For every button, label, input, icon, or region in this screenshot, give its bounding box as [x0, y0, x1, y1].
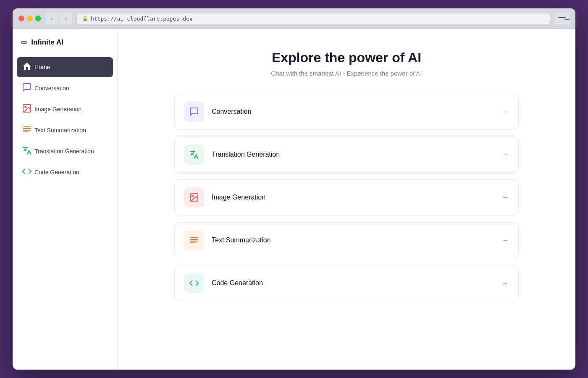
- code-card-icon-wrap: [184, 273, 204, 293]
- summarize-card-arrow: →: [501, 236, 509, 245]
- sidebar-item-translation[interactable]: Translation Generation: [17, 141, 113, 161]
- card-image-generation[interactable]: Image Generation →: [174, 179, 519, 215]
- sidebar-nav: Home Conversation: [13, 57, 117, 182]
- image-card-label: Image Generation: [212, 194, 501, 201]
- svg-point-7: [192, 195, 193, 197]
- image-card-arrow: →: [501, 193, 509, 202]
- fullscreen-button[interactable]: [35, 16, 41, 21]
- summarize-card-label: Text Summarization: [212, 236, 501, 244]
- sidebar-label-code: Code Generation: [34, 169, 79, 176]
- code-card-label: Code Generation: [212, 279, 501, 287]
- image-icon: [22, 103, 30, 115]
- conversation-icon: [22, 82, 30, 94]
- translation-card-label: Translation Generation: [212, 151, 501, 158]
- page-subtitle: Chat with the smartest AI - Experience t…: [143, 70, 550, 77]
- image-card-icon-wrap: [184, 187, 204, 207]
- translation-card-icon-wrap: [184, 144, 204, 165]
- close-button[interactable]: [18, 16, 24, 21]
- card-conversation[interactable]: Conversation →: [174, 94, 519, 130]
- code-card-arrow: →: [501, 279, 509, 288]
- sidebar-item-image-generation[interactable]: Image Generation: [17, 99, 113, 119]
- home-icon: [22, 61, 30, 73]
- translate-icon: [22, 145, 30, 157]
- sidebar-label-conversation: Conversation: [34, 85, 69, 92]
- summarize-card-icon: [189, 235, 199, 245]
- menu-button[interactable]: [554, 13, 570, 24]
- card-text-summarization[interactable]: Text Summarization →: [174, 222, 519, 258]
- nav-buttons: ‹ ›: [45, 13, 72, 24]
- svg-point-1: [25, 106, 26, 108]
- translation-card-arrow: →: [501, 150, 509, 159]
- sidebar: ∞ Infinite AI Home: [13, 29, 118, 370]
- logo-icon: ∞: [21, 37, 27, 47]
- sidebar-item-conversation[interactable]: Conversation: [17, 78, 113, 98]
- cards-list: Conversation → Translation Generation →: [174, 94, 519, 301]
- summarize-card-icon-wrap: [184, 230, 204, 250]
- sidebar-label-summarize: Text Summarization: [34, 127, 86, 134]
- conversation-card-label: Conversation: [212, 108, 501, 116]
- back-button[interactable]: ‹: [45, 13, 58, 24]
- menu-line-1: [558, 17, 566, 18]
- logo-text: Infinite AI: [31, 38, 63, 47]
- page-header: Explore the power of AI Chat with the sm…: [143, 50, 550, 77]
- browser-chrome: ‹ › 🔒 https://ai-cloudflare.pages.dev: [13, 8, 575, 29]
- browser-window: ‹ › 🔒 https://ai-cloudflare.pages.dev ∞ …: [13, 8, 575, 370]
- address-bar[interactable]: 🔒 https://ai-cloudflare.pages.dev: [76, 13, 550, 24]
- forward-button[interactable]: ›: [60, 13, 72, 24]
- menu-line-2: [564, 19, 570, 20]
- minimize-button[interactable]: [27, 16, 33, 21]
- main-content: Explore the power of AI Chat with the sm…: [118, 29, 575, 370]
- conversation-card-icon: [189, 107, 199, 117]
- translation-card-icon: [189, 150, 199, 160]
- summarize-icon: [22, 124, 30, 136]
- sidebar-label-image: Image Generation: [34, 106, 81, 113]
- sidebar-item-text-summarization[interactable]: Text Summarization: [17, 120, 113, 140]
- card-code-generation[interactable]: Code Generation →: [174, 265, 519, 301]
- page-title: Explore the power of AI: [143, 50, 550, 66]
- url-text: https://ai-cloudflare.pages.dev: [91, 16, 193, 22]
- lock-icon: 🔒: [82, 16, 88, 21]
- traffic-lights: [18, 16, 41, 21]
- sidebar-label-home: Home: [34, 64, 50, 71]
- sidebar-label-translation: Translation Generation: [34, 148, 94, 155]
- conversation-card-icon-wrap: [184, 102, 204, 122]
- image-card-icon: [189, 192, 199, 202]
- sidebar-item-home[interactable]: Home: [17, 57, 113, 77]
- code-card-icon: [189, 278, 199, 288]
- card-translation[interactable]: Translation Generation →: [174, 136, 519, 173]
- sidebar-logo: ∞ Infinite AI: [13, 37, 117, 57]
- conversation-card-arrow: →: [501, 108, 509, 116]
- sidebar-item-code-generation[interactable]: Code Generation: [17, 162, 113, 182]
- app-layout: ∞ Infinite AI Home: [13, 29, 575, 370]
- code-icon: [22, 166, 30, 178]
